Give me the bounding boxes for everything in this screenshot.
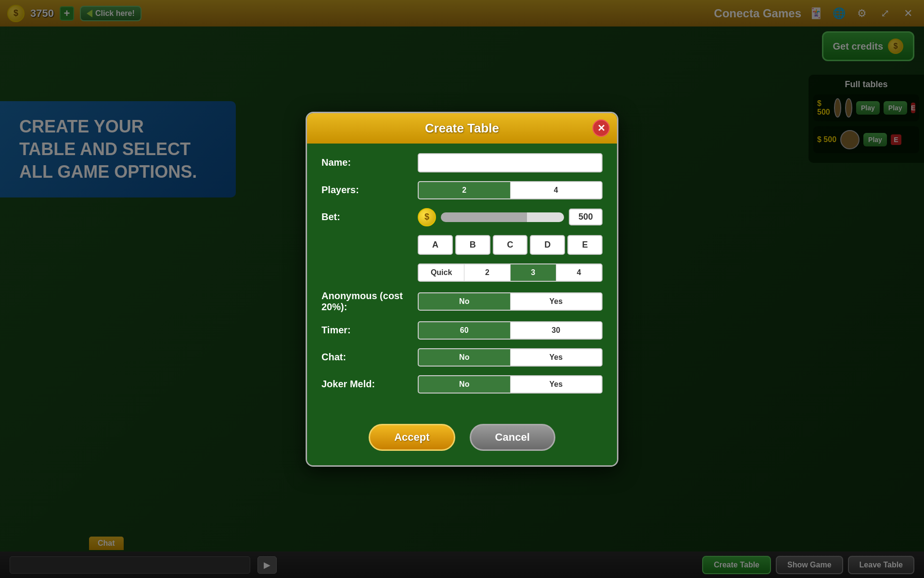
chat-segmented: No Yes	[418, 348, 603, 367]
timer-60-button[interactable]: 60	[419, 322, 511, 339]
level-control: A B C D E	[418, 235, 603, 255]
anonymous-no-button[interactable]: No	[419, 293, 511, 310]
name-row: Name:	[321, 153, 603, 172]
timer-row: Timer: 60 30	[321, 321, 603, 340]
anonymous-segmented: No Yes	[418, 292, 603, 311]
anonymous-yes-button[interactable]: Yes	[511, 293, 602, 310]
quick-control: Quick 2 3 4	[418, 263, 603, 282]
modal-footer: Accept Cancel	[307, 412, 617, 465]
chat-yes-button[interactable]: Yes	[511, 349, 602, 366]
level-e-button[interactable]: E	[567, 235, 603, 255]
quick-row: Quick 2 3 4	[321, 263, 603, 282]
chat-control: No Yes	[418, 348, 603, 367]
quick-label-button[interactable]: Quick	[419, 264, 464, 281]
anonymous-label: Anonymous (cost 20%):	[321, 290, 418, 313]
level-row: A B C D E	[321, 235, 603, 255]
modal-body: Name: Players: 2 4 Bet:	[307, 144, 617, 412]
players-2-button[interactable]: 2	[419, 182, 511, 198]
anonymous-row: Anonymous (cost 20%): No Yes	[321, 290, 603, 313]
bet-slider-row: $ 500	[418, 208, 603, 226]
bet-value: 500	[569, 209, 603, 225]
accept-button[interactable]: Accept	[369, 424, 455, 451]
bet-label: Bet:	[321, 211, 418, 223]
timer-segmented: 60 30	[418, 321, 603, 340]
name-input[interactable]	[418, 153, 603, 172]
quick-4-button[interactable]: 4	[556, 264, 602, 281]
quick-2-button[interactable]: 2	[464, 264, 510, 281]
chat-row: Chat: No Yes	[321, 348, 603, 367]
joker-meld-segmented: No Yes	[418, 375, 603, 394]
timer-30-button[interactable]: 30	[511, 322, 602, 339]
level-buttons-group: A B C D E	[418, 235, 603, 255]
level-b-button[interactable]: B	[455, 235, 490, 255]
modal-overlay: Create Table ✕ Name: Players: 2 4	[0, 0, 924, 578]
players-label: Players:	[321, 184, 418, 196]
timer-label: Timer:	[321, 325, 418, 336]
modal-close-button[interactable]: ✕	[592, 119, 610, 137]
quick-segmented: Quick 2 3 4	[418, 263, 603, 282]
modal-header: Create Table ✕	[307, 113, 617, 144]
joker-meld-control: No Yes	[418, 375, 603, 394]
level-a-button[interactable]: A	[418, 235, 453, 255]
joker-meld-label: Joker Meld:	[321, 379, 418, 390]
name-control	[418, 153, 603, 172]
quick-3-button[interactable]: 3	[511, 264, 556, 281]
players-control: 2 4	[418, 181, 603, 199]
bet-control: $ 500	[418, 208, 603, 226]
bet-coin-icon: $	[418, 208, 436, 226]
bet-row: Bet: $ 500	[321, 208, 603, 226]
modal-title: Create Table	[425, 121, 499, 136]
create-table-modal: Create Table ✕ Name: Players: 2 4	[306, 112, 618, 467]
level-c-button[interactable]: C	[493, 235, 528, 255]
joker-meld-row: Joker Meld: No Yes	[321, 375, 603, 394]
anonymous-control: No Yes	[418, 292, 603, 311]
chat-label-field: Chat:	[321, 352, 418, 363]
bet-slider[interactable]	[441, 212, 564, 222]
cancel-button[interactable]: Cancel	[470, 424, 555, 451]
name-label: Name:	[321, 157, 418, 168]
players-row: Players: 2 4	[321, 181, 603, 199]
level-d-button[interactable]: D	[530, 235, 565, 255]
players-segmented: 2 4	[418, 181, 603, 199]
joker-meld-no-button[interactable]: No	[419, 376, 511, 393]
chat-no-button[interactable]: No	[419, 349, 511, 366]
timer-control: 60 30	[418, 321, 603, 340]
joker-meld-yes-button[interactable]: Yes	[511, 376, 602, 393]
players-4-button[interactable]: 4	[511, 182, 602, 198]
